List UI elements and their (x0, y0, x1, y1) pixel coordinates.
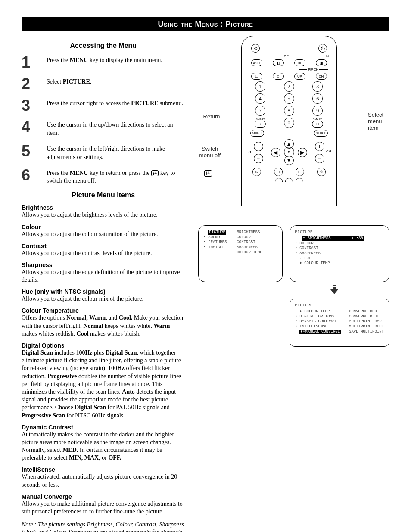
number-1-button[interactable]: 1 (255, 81, 265, 92)
down-arrow-icon (290, 285, 389, 296)
osd3-selected: MANUAL CONVERGE (305, 330, 340, 334)
item-body: Allows you to adjust the edge definition… (22, 268, 185, 284)
menu-button[interactable]: MENU (250, 130, 264, 137)
step-number: 3 (22, 98, 39, 113)
osd-item: COLOUR TEMP (232, 250, 262, 255)
power-button[interactable]: ⏻ (318, 44, 327, 53)
pipch-label: PIP CH (308, 68, 318, 71)
step-number: 5 (22, 143, 39, 159)
osd-item: DYNAMIC CONTRAST (295, 319, 341, 324)
remote-button[interactable]: ◧ (273, 59, 284, 66)
osd-item: FEATURES (204, 240, 227, 245)
item-heading: Manual Converge (22, 493, 185, 500)
osd-item: SAVE MULTIPOINT (344, 330, 384, 335)
item-body: Allows you to adjust the brightness leve… (22, 211, 185, 219)
osd-item: INSTALL (204, 245, 227, 250)
number-2-button[interactable]: 2 (284, 81, 294, 92)
cursor-left-button[interactable]: ◀ (271, 148, 280, 157)
osd-screen-2: PICTURE • BRIGHTNESS —ı—•30 COLOUR CONTR… (290, 225, 389, 282)
item-heading: Colour Temperature (22, 307, 185, 314)
item-body: When activated, automatically adjusts pi… (22, 473, 185, 488)
step-number: 4 (22, 119, 39, 135)
smart-picture-button[interactable]: ♪ (255, 121, 266, 128)
number-8-button[interactable]: 8 (284, 106, 294, 116)
vol-up-button[interactable]: + (254, 142, 263, 151)
svg-rect-1 (333, 287, 336, 289)
info-plus-icon: i+ (204, 170, 212, 177)
ch-label: CH (326, 149, 331, 153)
step-number: 6 (22, 168, 39, 183)
cursor-right-button[interactable]: ▶ (298, 148, 307, 157)
osd-item: COLOUR (295, 241, 384, 246)
number-0-button[interactable]: 0 (284, 118, 294, 128)
accessing-heading: Accessing the Menu (22, 42, 185, 50)
number-3-button[interactable]: 3 (312, 81, 323, 92)
number-4-button[interactable]: 4 (255, 93, 265, 104)
remote-button[interactable]: ☐ (274, 168, 283, 176)
item-heading: Brightness (22, 204, 185, 211)
step-text: Use the cursor in the up/down directions… (47, 119, 185, 137)
step-number: 1 (22, 55, 39, 70)
osd-item: CONVERGE BLUE (344, 314, 384, 320)
osd-screen-3: PICTURE ♦ COLOUR TEMP DIGITAL OPTIONS DY… (290, 299, 389, 347)
osd2-sel-value: 30 (358, 236, 363, 240)
vol-down-button[interactable]: − (254, 154, 263, 163)
number-5-button[interactable]: 5 (284, 93, 294, 104)
remote-button[interactable]: ⦾ (317, 168, 326, 176)
mute-button[interactable]: ✕ (284, 147, 294, 157)
osd-item: COLOUR (232, 235, 262, 240)
remote-button[interactable]: ⊞ (294, 59, 305, 66)
osd-item: SOUND (204, 235, 227, 240)
number-6-button[interactable]: 6 (312, 93, 323, 104)
svg-marker-2 (330, 289, 338, 294)
osd-screen-1: PICTURE SOUND FEATURES INSTALL BRIGHTNES… (198, 225, 283, 282)
step-text: Press the MENU key to return or press th… (47, 168, 185, 186)
steps-list: 1Press the MENU key to display the main … (22, 55, 185, 185)
osd-item: MULTIPOINT BLUE (344, 324, 384, 330)
osd-item: HUE (304, 256, 311, 261)
av-button[interactable]: AV (252, 168, 261, 176)
item-body: Automatically makes the contrast in the … (22, 431, 185, 462)
osd-item: MULTIPOINT RED (344, 319, 384, 324)
osd-item: CONTRAST (232, 240, 262, 245)
smart-sound-button[interactable]: ☐ (312, 121, 323, 128)
item-body: Offers the options Normal, Warm, and Coo… (22, 314, 185, 338)
osd-item: COLOUR TEMP (304, 309, 330, 314)
remote-button[interactable]: ◨ (316, 59, 327, 66)
remote-button[interactable]: ⟲ (251, 44, 260, 53)
osd-item: SHARPNESS (295, 251, 384, 256)
number-9-button[interactable]: 9 (312, 106, 323, 116)
item-heading: Digital Options (22, 342, 185, 349)
remote-button[interactable]: DN (316, 73, 327, 80)
label-switch-off: Switch menu off (198, 146, 222, 159)
svg-rect-0 (333, 285, 336, 286)
ch-up-button[interactable]: + (315, 142, 324, 151)
osd-item: CONVERGE RED (344, 309, 384, 314)
remote-button[interactable]: ☐ (251, 73, 262, 80)
remote-button[interactable]: UP (294, 73, 305, 80)
pip-label: PIP (284, 55, 289, 58)
osd-item: COLOUR TEMP (304, 261, 330, 265)
item-body: Allows you to adjust the colour saturati… (22, 230, 185, 238)
osd2-sel-item: BRIGHTNESS (308, 236, 331, 240)
item-heading: Colour (22, 224, 185, 230)
item-body: Allows you to adjust the colour mix of t… (22, 295, 185, 303)
osd2-title: PICTURE (295, 230, 384, 234)
remote-button[interactable]: ☐ (296, 168, 304, 176)
remote-button[interactable]: ⊡ (273, 73, 284, 80)
label-select: Select menu item (368, 112, 389, 131)
osd-item: CONTRAST (295, 246, 384, 251)
osd-item: BRIGHTNESS (232, 230, 262, 235)
item-body: Allows you to make additional picture co… (22, 500, 185, 516)
osd-item: INTELLISENSE (295, 324, 341, 330)
surf-button[interactable]: SURF (314, 130, 328, 137)
item-heading: Hue (only with NTSC signals) (22, 288, 185, 295)
item-heading: Sharpness (22, 261, 185, 268)
step-text: Press the cursor right to access the PIC… (47, 98, 185, 108)
ch-down-button[interactable]: − (315, 154, 324, 163)
step-text: Select PICTURE. (47, 76, 185, 86)
item-heading: Dynamic Contrast (22, 424, 185, 431)
number-7-button[interactable]: 7 (255, 106, 265, 116)
right-column: Return Select menu item Switch menu off … (198, 36, 389, 532)
remote-button[interactable]: A/CH (251, 59, 262, 66)
